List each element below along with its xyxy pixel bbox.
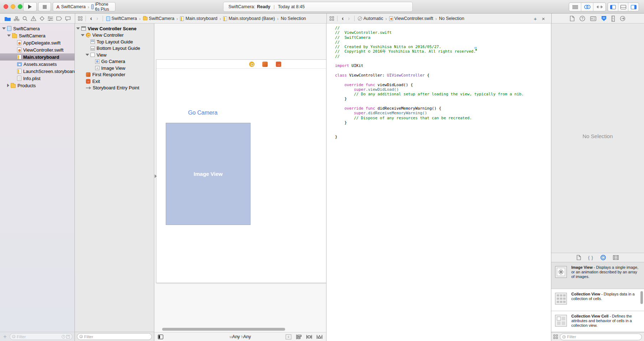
attributes-inspector-tab[interactable] xyxy=(601,16,607,21)
outline-row[interactable]: BGo Camera xyxy=(75,58,154,65)
navigator-filter-bar: + Filter xyxy=(0,332,74,341)
unsaved-files-icon[interactable] xyxy=(66,335,70,339)
image-view[interactable]: Image View xyxy=(166,123,251,225)
file-row[interactable]: LaunchScreen.storyboard xyxy=(0,68,74,75)
disclosure-triangle[interactable] xyxy=(7,35,11,37)
scheme-selector[interactable]: A SwiftCamera › iPhone 6s Plus xyxy=(53,2,115,11)
size-inspector-tab[interactable] xyxy=(612,16,615,22)
standard-editor-button[interactable] xyxy=(569,3,581,11)
disclosure-triangle[interactable] xyxy=(81,34,84,36)
file-row[interactable]: AppDelegate.swift xyxy=(0,39,74,46)
outline-row[interactable]: Image View xyxy=(75,65,154,71)
view-controller-icon[interactable] xyxy=(249,62,254,67)
code-snippet-library-tab[interactable]: { } xyxy=(588,255,593,260)
add-file-button[interactable]: + xyxy=(2,334,8,340)
outline-row[interactable]: Storyboard Entry Point xyxy=(75,85,154,91)
file-inspector-tab[interactable] xyxy=(570,16,575,21)
breadcrumb-segment[interactable]: SwiftCamera xyxy=(149,16,175,21)
filter-placeholder: Filter xyxy=(84,335,93,339)
breadcrumb-segment[interactable]: Main.storyboard xyxy=(185,16,217,21)
file-row[interactable]: Main.storyboard xyxy=(0,53,74,61)
embed-in-stack-button[interactable] xyxy=(285,334,292,340)
library-item[interactable]: Collection View Cell - Defines the attri… xyxy=(551,311,644,332)
outline-row[interactable]: Top Layout Guide xyxy=(75,38,154,45)
back-button[interactable]: ‹ xyxy=(89,15,93,22)
recent-files-icon[interactable] xyxy=(62,335,65,339)
toggle-navigator-button[interactable] xyxy=(608,3,618,11)
library-scrollbar[interactable] xyxy=(640,291,643,304)
file-template-library-tab[interactable] xyxy=(577,255,581,260)
toggle-utilities-button[interactable] xyxy=(628,3,639,11)
close-window-button[interactable] xyxy=(4,4,8,9)
identity-inspector-tab[interactable] xyxy=(590,16,596,21)
outline-row[interactable]: Bottom Layout Guide xyxy=(75,45,154,52)
breakpoint-navigator-tab[interactable] xyxy=(56,16,62,21)
exit-icon[interactable]: → xyxy=(276,62,281,67)
outline-collapse-arrow[interactable] xyxy=(155,174,157,178)
stop-button[interactable] xyxy=(38,2,51,11)
assistant-editor-button[interactable] xyxy=(581,3,593,11)
outline-row[interactable]: View Controller xyxy=(75,32,154,38)
breadcrumb-segment[interactable]: ViewController.swift xyxy=(395,16,433,21)
related-items-icon[interactable] xyxy=(78,16,82,21)
library-filter-field[interactable]: Filter xyxy=(560,334,642,340)
file-row[interactable]: SwiftCamera xyxy=(0,32,74,39)
align-button[interactable] xyxy=(296,334,302,340)
connections-inspector-tab[interactable] xyxy=(620,16,626,21)
file-row[interactable]: Assets.xcassets xyxy=(0,61,74,68)
outline-row[interactable]: View Controller Scene xyxy=(75,25,154,32)
file-row[interactable]: SwiftCamera xyxy=(0,25,74,32)
disclosure-triangle[interactable] xyxy=(86,54,89,56)
canvas-horizontal-scrollbar[interactable] xyxy=(162,328,285,331)
breadcrumb-segment[interactable]: No Selection xyxy=(439,16,464,21)
resolve-autolayout-button[interactable] xyxy=(316,334,323,340)
breadcrumb-segment[interactable]: No Selection xyxy=(281,16,306,21)
project-navigator-tab[interactable] xyxy=(5,16,11,21)
run-button[interactable] xyxy=(23,2,37,11)
breadcrumb-segment[interactable]: SwiftCamera xyxy=(112,16,137,21)
outline-row[interactable]: View xyxy=(75,52,154,58)
assistant-source-editor[interactable]: //// ViewController.swift// SwiftCamera/… xyxy=(326,23,551,341)
outline-row[interactable]: →Exit xyxy=(75,78,154,84)
zoom-window-button[interactable] xyxy=(18,4,22,9)
forward-button[interactable]: › xyxy=(95,15,99,22)
media-library-tab[interactable] xyxy=(613,255,619,260)
forward-button[interactable]: › xyxy=(347,15,351,22)
toggle-debug-area-button[interactable] xyxy=(618,3,629,11)
breadcrumb-segment[interactable]: Main.storyboard (Base) xyxy=(228,16,275,21)
search-navigator-tab[interactable] xyxy=(22,16,27,21)
first-responder-icon[interactable] xyxy=(262,62,268,67)
close-assistant-editor-button[interactable]: × xyxy=(542,16,545,22)
debug-navigator-tab[interactable] xyxy=(48,16,53,21)
quick-help-inspector-tab[interactable]: ? xyxy=(579,16,585,21)
breadcrumb-segment[interactable]: Automatic xyxy=(364,16,383,21)
go-camera-button[interactable]: Go Camera xyxy=(178,110,228,116)
source-code[interactable]: //// ViewController.swift// SwiftCamera/… xyxy=(335,26,547,139)
disclosure-triangle[interactable] xyxy=(2,27,6,30)
disclosure-triangle[interactable] xyxy=(76,27,80,30)
back-button[interactable]: ‹ xyxy=(341,15,345,22)
report-navigator-tab[interactable] xyxy=(65,16,71,21)
library-item[interactable]: Collection View - Displays data in a col… xyxy=(551,289,644,311)
add-assistant-editor-button[interactable]: + xyxy=(534,16,537,22)
outline-filter-field[interactable]: Filter xyxy=(77,333,152,340)
version-editor-button[interactable] xyxy=(593,3,606,11)
file-row[interactable]: ViewController.swift xyxy=(0,46,74,53)
library-item[interactable]: Image View - Displays a single image, or… xyxy=(551,262,644,289)
library-view-mode-button[interactable] xyxy=(553,335,558,339)
symbol-navigator-tab[interactable] xyxy=(14,16,19,21)
test-navigator-tab[interactable] xyxy=(40,16,45,21)
issue-navigator-tab[interactable] xyxy=(31,16,36,21)
related-items-icon[interactable] xyxy=(330,16,334,21)
file-row[interactable]: Products xyxy=(0,82,74,89)
object-library-tab[interactable] xyxy=(601,255,606,260)
file-row[interactable]: Info.plist xyxy=(0,75,74,82)
view-controller-scene[interactable]: → Go Camera Image View xyxy=(156,59,326,283)
navigator-filter-field[interactable]: Filter xyxy=(10,333,72,340)
pin-button[interactable] xyxy=(306,334,312,340)
minimize-window-button[interactable] xyxy=(11,4,15,9)
disclosure-triangle[interactable] xyxy=(7,84,9,87)
utilities-panel: No Selection { } Image View - Displays a… xyxy=(551,23,644,341)
code-line: // ViewController.swift xyxy=(335,30,547,35)
outline-row[interactable]: First Responder xyxy=(75,72,154,78)
